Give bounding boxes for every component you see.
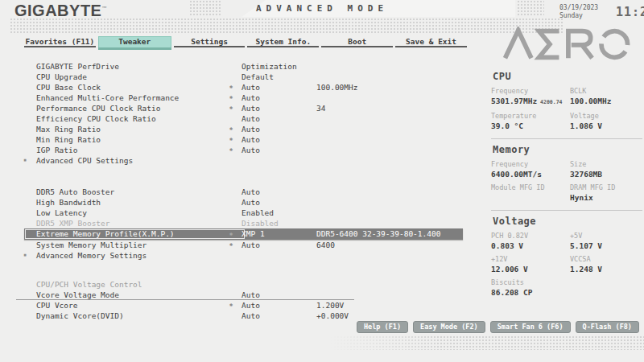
setting-value[interactable]: Auto xyxy=(242,240,260,250)
setting-value[interactable]: Auto xyxy=(242,124,260,134)
sidebar-cell-12v: +12V12.006 V xyxy=(491,254,570,274)
setting-extra-value: DDR5-6400 32-39-39-80-1.400 xyxy=(316,228,440,240)
setting-label: DDR5 XMP Booster xyxy=(36,218,110,228)
setting-value[interactable]: Auto xyxy=(242,300,260,311)
setting-value[interactable]: Auto xyxy=(242,145,260,155)
gigabyte-logo: GIGABYTE™ xyxy=(14,2,107,20)
tab-save-exit[interactable]: Save & Exit xyxy=(395,36,467,47)
setting-value[interactable]: Auto xyxy=(242,103,260,113)
settings-row-advanced-cpu-settings[interactable]: ▪Advanced CPU Settings xyxy=(0,155,483,166)
setting-value[interactable]: Auto xyxy=(242,187,260,197)
setting-extra-value: 100.00MHz xyxy=(316,82,357,93)
header-dots-texture xyxy=(517,0,544,16)
weekday-text: Sunday xyxy=(559,12,598,20)
setting-value[interactable]: Enabled xyxy=(242,208,274,218)
setting-label: Efficiency CPU Clock Ratio xyxy=(36,113,156,124)
settings-row-advanced-memory-settings[interactable]: ▪Advanced Memory Settings xyxy=(0,250,483,261)
settings-row-dynamic-vcore-dvid[interactable]: Dynamic Vcore(DVID)Auto+0.000V xyxy=(0,311,483,321)
tab-favorites-f11[interactable]: Favorites (F11) xyxy=(24,36,96,47)
setting-extra-value: 1.200V xyxy=(316,300,344,311)
submenu-bullet-icon: ▪ xyxy=(23,155,27,166)
setting-value[interactable]: Auto xyxy=(242,311,260,321)
q-flash-f8-button[interactable]: Q-Flash (F8) xyxy=(576,321,639,333)
setting-value[interactable]: Auto xyxy=(242,197,260,208)
sidebar-separator xyxy=(491,210,642,211)
favorite-star-icon: ✱ xyxy=(229,124,233,134)
settings-row-efficiency-cpu-clock-ratio[interactable]: Efficiency CPU Clock RatioAuto xyxy=(0,113,483,124)
setting-value[interactable]: Disabled xyxy=(242,218,279,228)
settings-row-cpu-base-clock[interactable]: CPU Base Clock✱Auto100.00MHz xyxy=(0,82,483,93)
settings-row-cpu-upgrade[interactable]: CPU UpgradeDefault xyxy=(0,72,483,82)
tab-system-info[interactable]: System Info. xyxy=(247,36,319,47)
sidebar-cell-label: PCH 0.82V xyxy=(491,231,570,241)
sidebar-cell-size: Size32768MB xyxy=(570,159,641,179)
settings-row-extreme-memory-profile-x-m-p[interactable]: Extreme Memory Profile(X.M.P.)✱XMP 1DDR5… xyxy=(0,228,483,240)
settings-row-performance-cpu-clock-ratio[interactable]: Performance CPU Clock Ratio✱Auto34 xyxy=(0,103,483,113)
sidebar-cell-label: Temperature xyxy=(491,111,570,121)
settings-row-high-bandwidth[interactable]: High BandwidthAuto xyxy=(0,197,483,208)
sidebar-grid-cpu: Frequency5301.97MHz 4200.74BCLK100.00MHz… xyxy=(491,86,642,134)
setting-value[interactable]: Auto xyxy=(242,82,260,93)
smart-fan-6-f6-button[interactable]: Smart Fan 6 (F6) xyxy=(490,321,571,333)
header-dots-texture xyxy=(10,18,564,34)
settings-row-gigabyte-perfdrive[interactable]: GIGABYTE PerfDriveOptimization xyxy=(0,61,483,72)
setting-value[interactable]: Auto xyxy=(242,134,260,145)
setting-label: Enhanced Multi-Core Performance xyxy=(36,93,179,103)
setting-value[interactable]: Auto xyxy=(242,93,260,103)
setting-label: High Bandwidth xyxy=(36,197,101,208)
settings-row-ddr5-xmp-booster[interactable]: DDR5 XMP BoosterDisabled xyxy=(0,218,483,228)
settings-row-igp-ratio[interactable]: IGP Ratio✱Auto xyxy=(0,145,483,155)
sidebar-cell-label: Size xyxy=(570,159,641,169)
help-f1-button[interactable]: Help (F1) xyxy=(357,321,408,333)
sidebar-cell-pch-0-82v: PCH 0.82V0.803 V xyxy=(491,231,570,251)
sidebar-separator xyxy=(491,138,642,139)
sidebar-cell-label: DRAM MFG ID xyxy=(570,183,641,192)
aero-letter-o xyxy=(597,27,633,62)
setting-value[interactable]: Optimization xyxy=(242,61,297,72)
settings-row-cpu-pch-voltage-control: CPU/PCH Voltage Control xyxy=(0,279,483,290)
settings-row-min-ring-ratio[interactable]: Min Ring Ratio✱Auto xyxy=(0,134,483,145)
setting-label: CPU Vcore xyxy=(36,300,77,311)
sidebar-grid-voltage: PCH 0.82V0.803 V+5V5.107 V+12V12.006 VVC… xyxy=(491,231,642,301)
sidebar-cell-value: Hynix xyxy=(570,192,641,203)
sidebar-section-title-voltage: Voltage xyxy=(493,216,642,227)
setting-value[interactable]: Default xyxy=(242,72,274,82)
date-text: 03/19/2023 xyxy=(559,4,598,12)
tab-boot[interactable]: Boot xyxy=(321,36,393,47)
setting-label: GIGABYTE PerfDrive xyxy=(36,61,119,72)
favorite-star-icon: ✱ xyxy=(229,300,233,311)
sidebar-cell-label: Biscuits xyxy=(491,278,570,287)
settings-row-cpu-vcore[interactable]: CPU Vcore✱Auto1.200V xyxy=(0,300,483,311)
setting-value[interactable]: XMP 1 xyxy=(242,228,265,240)
submenu-bullet-icon: ▪ xyxy=(23,250,27,261)
settings-row-ddr5-auto-booster[interactable]: DDR5 Auto BoosterAuto xyxy=(0,187,483,197)
sidebar-cell-vccsa: VCCSA1.248 V xyxy=(570,254,641,274)
favorite-star-icon: ✱ xyxy=(229,93,233,103)
sidebar-cell-label: Frequency xyxy=(491,159,570,169)
tab-tweaker[interactable]: Tweaker xyxy=(98,36,171,47)
trademark-symbol: ™ xyxy=(101,6,107,10)
sidebar-cell-value: 5301.97MHz 4200.74 xyxy=(491,96,570,108)
sidebar-cell-label: Module MFG ID xyxy=(491,183,570,192)
sidebar-cell-label: VCCSA xyxy=(570,254,641,264)
sidebar-cell-value: 1.086 V xyxy=(570,121,641,131)
settings-row-low-latency[interactable]: Low LatencyEnabled xyxy=(0,208,483,218)
sidebar-cell-value: 100.00MHz xyxy=(570,96,641,106)
setting-label: Performance CPU Clock Ratio xyxy=(36,103,160,113)
sidebar-cell-label: +12V xyxy=(491,254,570,264)
easy-mode-f2-button[interactable]: Easy Mode (F2) xyxy=(413,321,485,333)
sidebar-cell-frequency: Frequency5301.97MHz 4200.74 xyxy=(491,86,570,108)
setting-value[interactable]: Auto xyxy=(242,113,260,124)
settings-row-system-memory-multiplier[interactable]: System Memory Multiplier✱Auto6400 xyxy=(0,240,483,250)
settings-row-enhanced-multi-core-performance[interactable]: Enhanced Multi-Core Performance✱Auto xyxy=(0,93,483,103)
setting-label: Min Ring Ratio xyxy=(36,134,101,145)
sidebar-section-title-memory: Memory xyxy=(493,144,642,155)
sidebar-cell-voltage: Voltage1.086 V xyxy=(570,111,641,131)
setting-label: DDR5 Auto Booster xyxy=(36,187,114,197)
sidebar-section-title-cpu: CPU xyxy=(493,71,642,82)
settings-row-max-ring-ratio[interactable]: Max Ring Ratio✱Auto xyxy=(0,124,483,134)
tab-settings[interactable]: Settings xyxy=(174,36,246,47)
setting-label: System Memory Multiplier xyxy=(36,240,147,250)
favorite-star-icon: ✱ xyxy=(229,134,233,145)
setting-extra-value: 6400 xyxy=(316,240,335,250)
